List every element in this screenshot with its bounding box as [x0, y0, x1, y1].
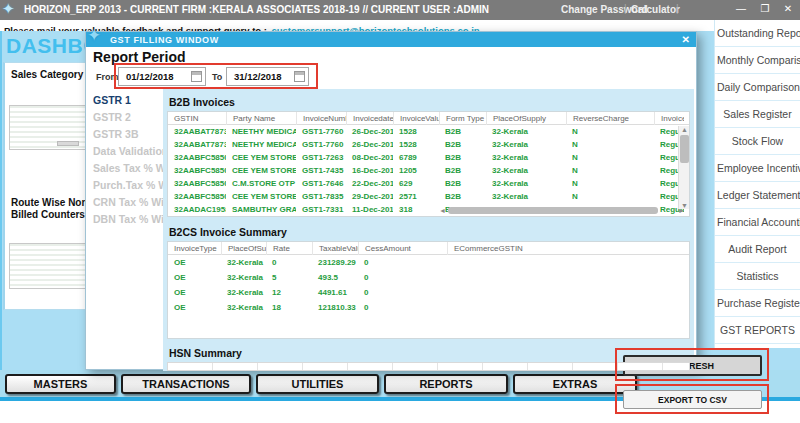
dialog-nav-crn-tax-wise[interactable]: CRN Tax % Wise: [93, 194, 161, 211]
table-cell: 32AABFC5850H1: [168, 164, 226, 177]
sidebar-item-sales-register[interactable]: Sales Register: [715, 101, 800, 128]
sidebar-item-outstanding-reports[interactable]: Outstanding Reports: [715, 20, 800, 47]
column-header-invoicenumb[interactable]: InvoiceNumb: [296, 112, 346, 125]
dialog-nav-gstr-1[interactable]: GSTR 1: [93, 92, 161, 109]
table-cell: OE: [168, 255, 221, 270]
column-header-taxablevalue[interactable]: TaxableValue: [312, 242, 358, 255]
sidebar-item-audit-report[interactable]: Audit Report: [715, 236, 800, 263]
table-cell: N: [566, 125, 654, 138]
dialog-nav-sales-tax-wise[interactable]: Sales Tax % Wise: [93, 160, 161, 177]
column-header-invoicet[interactable]: InvoiceT: [654, 112, 684, 125]
scroll-up-icon[interactable]: ▲: [679, 126, 690, 133]
table-cell: GST1-7646: [296, 177, 346, 190]
column-header-party-name[interactable]: Party Name: [226, 112, 296, 125]
column-header-invoicedate[interactable]: Invoicedate: [346, 112, 393, 125]
notice-strip: Please mail your valuable feedback and s…: [0, 20, 800, 31]
table-row[interactable]: 32AABFC5850H1C.M.STORE OTPGST1-764622-De…: [168, 177, 689, 190]
dialog-nav-gstr-3b[interactable]: GSTR 3B: [93, 126, 161, 143]
menu-extras-button[interactable]: EXTRAS: [513, 374, 637, 394]
column-header-invoicetype[interactable]: InvoiceType: [168, 242, 221, 255]
restore-button[interactable]: ❐: [757, 3, 773, 14]
table-row[interactable]: 32AABFC5850H1CEE YEM STORESGST1-783529-D…: [168, 190, 689, 203]
column-header-form-type[interactable]: Form Type: [439, 112, 486, 125]
table-cell: NEETHY MEDICALS: [226, 125, 296, 138]
calculator-link[interactable]: Calculator: [631, 4, 680, 15]
column-header-rate[interactable]: Rate: [266, 242, 312, 255]
table-cell: OE: [168, 270, 221, 285]
sidebar-item-financial-accounting[interactable]: Financial Accounting: [715, 209, 800, 236]
horizon-logo-icon: ✦: [2, 0, 15, 18]
table-cell: 32-Kerala: [221, 270, 266, 285]
column-header-cessamount[interactable]: CessAmount: [358, 242, 447, 255]
to-date-input[interactable]: 31/12/2018: [226, 67, 309, 86]
table-cell: 32AABFC5850H1: [168, 190, 226, 203]
column-header-reversecharge[interactable]: ReverseCharge: [566, 112, 654, 125]
table-cell: SAMBUTHY GRAMEE: [226, 203, 296, 216]
table-cell: B2B: [439, 125, 486, 138]
dialog-nav-data-validation[interactable]: Data Validation: [93, 143, 161, 160]
scroll-right-icon[interactable]: ►: [678, 206, 685, 215]
to-label: To: [212, 72, 222, 82]
export-to-csv-button[interactable]: EXPORT TO CSV: [623, 390, 762, 409]
dialog-nav-gstr-2[interactable]: GSTR 2: [93, 109, 161, 126]
table-row[interactable]: OE32-Kerala0231289.290: [168, 255, 689, 270]
window-title: HORIZON_ERP 2013 - CURRENT FIRM :KERALA …: [24, 4, 489, 15]
table-row[interactable]: OE32-Kerala5493.50: [168, 270, 689, 285]
window-titlebar: ✦ HORIZON_ERP 2013 - CURRENT FIRM :KERAL…: [0, 0, 800, 20]
sidebar-item-monthly-comparison[interactable]: Monthly Comparison: [715, 47, 800, 74]
menu-transactions-button[interactable]: TRANSACTIONS: [121, 374, 251, 394]
gst-filling-dialog: GST FILLING WINDOW ✕ ✦ Report Period Fro…: [85, 31, 697, 370]
column-header-invoicevalue[interactable]: InvoiceValue: [393, 112, 439, 125]
table-row[interactable]: 32AABFC5850H1CEE YEM STORESGST1-743516-D…: [168, 164, 689, 177]
sidebar-item-gst-reports[interactable]: GST REPORTS: [715, 317, 800, 344]
to-date-value: 31/12/2018: [234, 71, 282, 82]
table-cell: GST1-7331: [296, 203, 346, 216]
calendar-icon[interactable]: [191, 71, 202, 82]
table-cell: B2B: [439, 177, 486, 190]
column-header-ecommercegstin[interactable]: ECommerceGSTIN: [447, 242, 690, 255]
table-row[interactable]: 32AABAT7873Q1NEETHY MEDICALSGST1-776026-…: [168, 138, 689, 151]
mini-panel-button[interactable]: [57, 141, 79, 146]
table-cell: 0: [266, 255, 312, 270]
table-row[interactable]: OE32-Kerala18121810.330: [168, 300, 689, 315]
scroll-thumb[interactable]: [680, 135, 689, 163]
table-cell: 1528: [393, 138, 439, 151]
scroll-left-icon[interactable]: ◄: [439, 206, 446, 215]
column-header-placeofsupply[interactable]: PlaceOfSupply: [486, 112, 566, 125]
sidebar-item-statistics[interactable]: Statistics: [715, 263, 800, 290]
table-cell: 2571: [393, 190, 439, 203]
calendar-icon[interactable]: [294, 71, 305, 82]
dialog-nav-purch-tax-wise[interactable]: Purch.Tax % Wise: [93, 177, 161, 194]
report-period-heading: Report Period: [93, 49, 186, 65]
menu-utilities-button[interactable]: UTILITIES: [256, 374, 379, 394]
dialog-nav-dbn-tax-wise[interactable]: DBN Tax % Wise: [93, 211, 161, 228]
table-cell: 32-Kerala: [486, 151, 566, 164]
table-cell: OE: [168, 285, 221, 300]
close-button[interactable]: ✕: [780, 3, 796, 14]
scroll-thumb[interactable]: [448, 207, 658, 214]
vertical-scrollbar[interactable]: ▲ ▼: [678, 126, 689, 209]
minimize-button[interactable]: —: [733, 3, 749, 14]
column-header-gstin[interactable]: GSTIN: [168, 112, 226, 125]
table-cell: 32-Kerala: [221, 255, 266, 270]
table-cell: 32AABFC5850H1: [168, 151, 226, 164]
table-cell: 08-Dec-2018: [346, 151, 393, 164]
sidebar-item-ledger-statement[interactable]: Ledger Statement: [715, 182, 800, 209]
sidebar-item-daily-comparison[interactable]: Daily Comparison: [715, 74, 800, 101]
sidebar-item-stock-flow[interactable]: Stock Flow: [715, 128, 800, 155]
table-row[interactable]: OE32-Kerala124491.610: [168, 285, 689, 300]
dialog-close-icon[interactable]: ✕: [682, 34, 690, 45]
table-cell: B2B: [439, 164, 486, 177]
dialog-titlebar[interactable]: GST FILLING WINDOW ✕: [86, 32, 696, 47]
menu-reports-button[interactable]: REPORTS: [384, 374, 508, 394]
sidebar-item-employee-incentive[interactable]: Employee Incentive: [715, 155, 800, 182]
table-cell: CEE YEM STORES: [226, 190, 296, 203]
table-cell: 12: [266, 285, 312, 300]
table-row[interactable]: 32AABAT7873Q1NEETHY MEDICALSGST1-776026-…: [168, 125, 689, 138]
horizontal-scrollbar[interactable]: ◄ ►: [439, 206, 685, 215]
column-header-placeofsuppl[interactable]: PlaceOfSuppl: [221, 242, 266, 255]
from-date-input[interactable]: 01/12/2018: [118, 67, 206, 86]
menu-masters-button[interactable]: MASTERS: [5, 374, 116, 394]
table-row[interactable]: 32AABFC5850H1CEE YEM STORESGST1-726308-D…: [168, 151, 689, 164]
sidebar-item-purchase-register[interactable]: Purchase Register: [715, 290, 800, 317]
